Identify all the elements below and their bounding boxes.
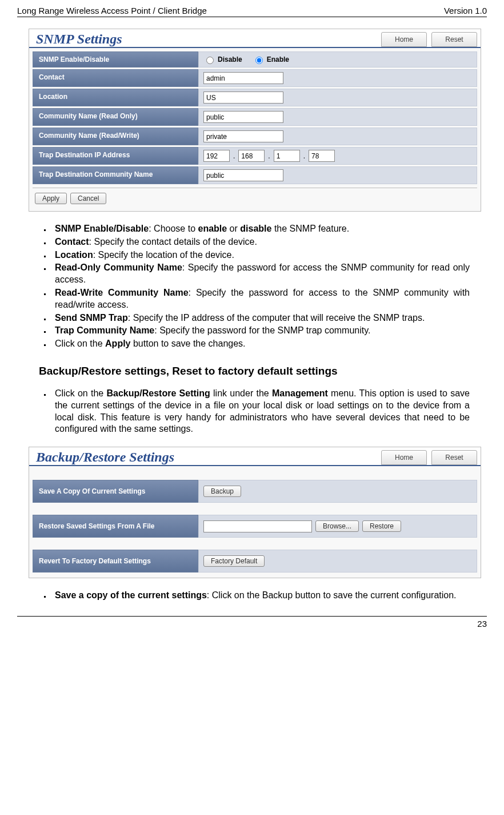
comm-ro-label: Community Name (Read Only) [33,108,198,126]
snmp-enable-radio[interactable] [255,57,263,64]
reset-button-2[interactable]: Reset [431,450,477,465]
snmp-bullets: SNMP Enable/Disable: Choose to enable or… [51,223,470,350]
trap-comm-input[interactable] [203,169,283,181]
ip-octet-3[interactable] [274,150,300,162]
snmp-panel-title: SNMP Settings [33,31,122,47]
restore-file-input[interactable] [203,520,312,532]
contact-label: Contact [33,69,198,87]
snmp-enable-text: Enable [267,55,289,63]
backup-intro-bullets: Click on the Backup/Restore Setting link… [51,388,470,435]
bullet-rw-community: Read-Write Community Name: Specify the p… [51,287,470,311]
ip-octet-1[interactable] [203,150,230,162]
location-label: Location [33,89,198,106]
page-number: 23 [477,619,487,629]
bullet-send-trap: Send SNMP Trap: Specify the IP address o… [51,312,470,324]
header-right: Version 1.0 [444,6,487,15]
revert-factory-label: Revert To Factory Default Settings [33,550,198,573]
header-left: Long Range Wireless Access Point / Clien… [17,6,207,15]
backup-restore-panel: Backup/Restore Settings Home Reset Save … [29,447,481,578]
last-bullets: Save a copy of the current settings: Cli… [51,590,470,602]
snmp-disable-text: Disable [218,55,242,63]
ip-octet-4[interactable] [309,150,335,162]
backup-panel-title: Backup/Restore Settings [33,450,174,465]
page-footer: 23 [17,616,487,629]
bullet-contact: Contact: Specify the contact details of … [51,236,470,248]
backup-section-title: Backup/Restore settings, Reset to factor… [39,365,487,377]
apply-button[interactable]: Apply [35,193,67,204]
comm-ro-input[interactable] [203,111,283,123]
restore-button[interactable]: Restore [362,520,401,532]
bullet-save-copy: Save a copy of the current settings: Cli… [51,590,470,602]
bullet-snmp-enable: SNMP Enable/Disable: Choose to enable or… [51,223,470,235]
backup-button[interactable]: Backup [203,486,241,497]
comm-rw-label: Community Name (Read/Write) [33,128,198,145]
bullet-trap-community: Trap Community Name: Specify the passwor… [51,325,470,337]
location-input[interactable] [203,92,283,104]
snmp-settings-panel: SNMP Settings Home Reset SNMP Enable/Dis… [29,29,481,212]
snmp-enable-label: SNMP Enable/Disable [33,51,198,67]
reset-button[interactable]: Reset [431,32,477,47]
trap-ip-label: Trap Destination IP Address [33,147,198,165]
restore-from-file-label: Restore Saved Settings From A File [33,515,198,538]
contact-input[interactable] [203,72,283,84]
backup-panel-titlebar: Backup/Restore Settings Home Reset [29,447,481,466]
home-button[interactable]: Home [381,32,427,47]
bullet-location: Location: Specify the location of the de… [51,249,470,261]
snmp-disable-radio[interactable] [206,57,214,64]
trap-comm-label: Trap Destination Community Name [33,166,198,184]
comm-rw-input[interactable] [203,130,283,142]
bullet-ro-community: Read-Only Community Name: Specify the pa… [51,262,470,286]
home-button-2[interactable]: Home [381,450,427,465]
save-copy-label: Save A Copy Of Current Settings [33,480,198,503]
factory-default-button[interactable]: Factory Default [203,555,265,567]
bullet-click-apply: Click on the Apply button to save the ch… [51,338,470,350]
ip-octet-2[interactable] [238,150,265,162]
page-header: Long Range Wireless Access Point / Clien… [17,6,487,17]
bullet-backup-intro: Click on the Backup/Restore Setting link… [51,388,470,435]
browse-button[interactable]: Browse... [315,520,359,532]
cancel-button[interactable]: Cancel [70,193,106,204]
snmp-panel-titlebar: SNMP Settings Home Reset [29,29,481,48]
